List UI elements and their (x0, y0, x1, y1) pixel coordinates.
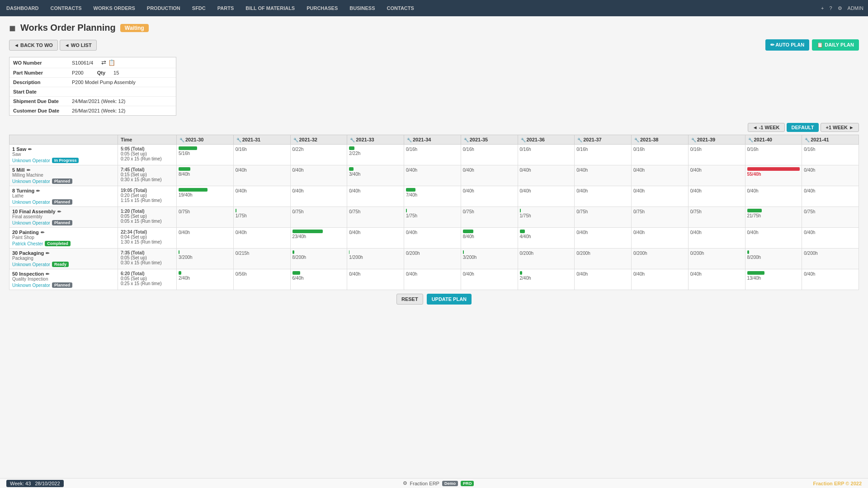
edit-icon-20[interactable]: ✏ (41, 230, 44, 235)
week-cell-50-2[interactable]: 6/40h (290, 269, 347, 290)
week-cell-30-7[interactable]: 0/200h (575, 249, 632, 269)
nav-purchases[interactable]: PURCHASES (305, 2, 340, 14)
week-cell-8-6[interactable]: 0/40h (518, 186, 575, 207)
week-cell-30-9[interactable]: 0/200h (688, 249, 745, 269)
week-cell-10-1[interactable]: 1/75h (233, 207, 290, 228)
week-cell-5-10[interactable]: 55/40h (745, 165, 802, 186)
week-cell-8-7[interactable]: 0/40h (575, 186, 632, 207)
nav-parts[interactable]: PARTS (216, 2, 236, 14)
week-cell-50-3[interactable]: 0/40h (347, 269, 404, 290)
week-cell-20-3[interactable]: 0/40h (347, 228, 404, 249)
week-cell-1-11[interactable]: 0/16h (802, 145, 859, 165)
nav-contracts[interactable]: CONTRACTS (49, 2, 84, 14)
week-cell-30-0[interactable]: 3/200h (177, 249, 234, 269)
week-cell-1-4[interactable]: 0/16h (404, 145, 461, 165)
edit-icon-8[interactable]: ✏ (36, 188, 40, 193)
week-cell-30-11[interactable]: 0/200h (802, 249, 859, 269)
week-cell-20-5[interactable]: 8/40h (461, 228, 518, 249)
week-cell-20-11[interactable]: 0/40h (802, 228, 859, 249)
default-view-button[interactable]: DEFAULT (787, 123, 819, 132)
week-cell-10-7[interactable]: 0/75h (575, 207, 632, 228)
week-cell-8-0[interactable]: 19/40h (177, 186, 234, 207)
wo-list-button[interactable]: ◄ WO LIST (60, 40, 97, 51)
week-cell-1-3[interactable]: 2/22h (347, 145, 404, 165)
edit-icon-50[interactable]: ✏ (46, 272, 49, 277)
week-cell-1-7[interactable]: 0/16h (575, 145, 632, 165)
update-plan-button[interactable]: UPDATE PLAN (427, 294, 472, 305)
week-cell-5-11[interactable]: 0/40h (802, 165, 859, 186)
week-cell-8-9[interactable]: 0/40h (688, 186, 745, 207)
next-week-button[interactable]: +1 WEEK ► (821, 123, 859, 132)
week-cell-50-9[interactable]: 0/40h (688, 269, 745, 290)
week-cell-50-0[interactable]: 2/40h (177, 269, 234, 290)
week-cell-20-10[interactable]: 0/40h (745, 228, 802, 249)
nav-production[interactable]: PRODUCTION (145, 2, 182, 14)
week-cell-8-4[interactable]: 7/40h (404, 186, 461, 207)
week-cell-50-5[interactable]: 0/40h (461, 269, 518, 290)
week-cell-5-7[interactable]: 0/40h (575, 165, 632, 186)
week-cell-10-0[interactable]: 0/75h (177, 207, 234, 228)
week-cell-1-9[interactable]: 0/16h (688, 145, 745, 165)
add-button[interactable]: + (821, 5, 824, 11)
edit-icon-10[interactable]: ✏ (57, 209, 61, 214)
week-cell-1-0[interactable]: 5/16h (177, 145, 234, 165)
week-cell-30-8[interactable]: 0/200h (632, 249, 689, 269)
week-cell-10-2[interactable]: 0/75h (290, 207, 347, 228)
week-cell-8-11[interactable]: 0/40h (802, 186, 859, 207)
week-cell-10-6[interactable]: 1/75h (518, 207, 575, 228)
edit-icon-1[interactable]: ✏ (28, 147, 32, 152)
week-cell-5-3[interactable]: 3/40h (347, 165, 404, 186)
week-cell-1-2[interactable]: 0/22h (290, 145, 347, 165)
week-cell-10-11[interactable]: 0/75h (802, 207, 859, 228)
week-cell-10-9[interactable]: 0/75h (688, 207, 745, 228)
week-cell-20-6[interactable]: 4/40h (518, 228, 575, 249)
week-cell-50-6[interactable]: 2/40h (518, 269, 575, 290)
week-cell-20-0[interactable]: 0/40h (177, 228, 234, 249)
nav-business[interactable]: BUSINESS (348, 2, 377, 14)
nav-sfdc[interactable]: SFDC (190, 2, 208, 14)
edit-icon-5[interactable]: ✏ (27, 168, 30, 173)
week-cell-30-10[interactable]: 8/200h (745, 249, 802, 269)
nav-dashboard[interactable]: DASHBOARD (5, 2, 41, 14)
week-cell-8-3[interactable]: 0/40h (347, 186, 404, 207)
week-cell-8-5[interactable]: 0/40h (461, 186, 518, 207)
week-cell-30-4[interactable]: 0/200h (404, 249, 461, 269)
week-cell-30-1[interactable]: 0/215h (233, 249, 290, 269)
week-cell-5-9[interactable]: 0/40h (688, 165, 745, 186)
week-cell-5-1[interactable]: 0/40h (233, 165, 290, 186)
week-cell-50-11[interactable]: 0/40h (802, 269, 859, 290)
week-cell-20-4[interactable]: 0/40h (404, 228, 461, 249)
week-cell-5-4[interactable]: 0/40h (404, 165, 461, 186)
nav-bom[interactable]: BILL OF MATERIALS (244, 2, 297, 14)
week-cell-20-1[interactable]: 0/40h (233, 228, 290, 249)
week-cell-5-5[interactable]: 0/40h (461, 165, 518, 186)
week-cell-8-2[interactable]: 0/40h (290, 186, 347, 207)
prev-week-button[interactable]: ◄ -1 WEEK (748, 123, 785, 132)
settings-button[interactable]: ⚙ (838, 5, 842, 11)
week-cell-1-8[interactable]: 0/16h (632, 145, 689, 165)
week-cell-10-4[interactable]: 1/75h (404, 207, 461, 228)
admin-button[interactable]: ADMIN (848, 5, 863, 11)
shuffle-icon[interactable]: ⇄ (101, 59, 106, 66)
week-cell-30-6[interactable]: 0/200h (518, 249, 575, 269)
week-cell-50-10[interactable]: 13/40h (745, 269, 802, 290)
week-cell-5-6[interactable]: 0/40h (518, 165, 575, 186)
week-cell-5-8[interactable]: 0/40h (632, 165, 689, 186)
week-cell-1-1[interactable]: 0/16h (233, 145, 290, 165)
week-cell-50-7[interactable]: 0/40h (575, 269, 632, 290)
week-cell-10-10[interactable]: 21/75h (745, 207, 802, 228)
week-cell-30-2[interactable]: 8/200h (290, 249, 347, 269)
week-cell-10-3[interactable]: 0/75h (347, 207, 404, 228)
week-cell-8-10[interactable]: 0/40h (745, 186, 802, 207)
reset-button[interactable]: RESET (396, 294, 423, 305)
help-button[interactable]: ? (829, 5, 832, 11)
week-cell-5-2[interactable]: 0/40h (290, 165, 347, 186)
week-cell-10-8[interactable]: 0/75h (632, 207, 689, 228)
week-cell-50-4[interactable]: 0/40h (404, 269, 461, 290)
week-cell-20-7[interactable]: 0/40h (575, 228, 632, 249)
week-cell-20-2[interactable]: 23/40h (290, 228, 347, 249)
week-cell-1-5[interactable]: 0/16h (461, 145, 518, 165)
nav-contacts[interactable]: CONTACTS (385, 2, 416, 14)
week-cell-30-5[interactable]: 3/200h (461, 249, 518, 269)
week-cell-20-8[interactable]: 0/40h (632, 228, 689, 249)
